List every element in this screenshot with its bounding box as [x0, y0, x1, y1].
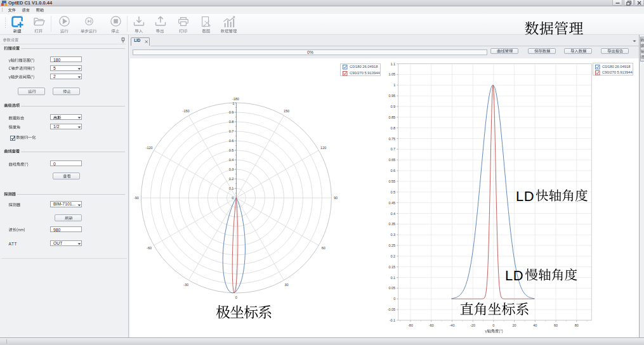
svg-text:1: 1 — [232, 101, 234, 105]
svg-text:-80: -80 — [408, 323, 413, 327]
svg-text:0.3: 0.3 — [229, 167, 234, 171]
svg-text:150: 150 — [284, 109, 289, 113]
svg-text:-20: -20 — [470, 323, 475, 327]
svg-text:0.65: 0.65 — [388, 158, 395, 162]
svg-text:0.9: 0.9 — [229, 110, 234, 114]
svg-text:0.7: 0.7 — [391, 147, 396, 151]
svg-text:0.9: 0.9 — [391, 105, 396, 108]
svg-text:40: 40 — [533, 323, 537, 327]
svg-text:0.35: 0.35 — [388, 222, 395, 226]
svg-text:-0.05: -0.05 — [388, 308, 396, 311]
svg-text:120: 120 — [320, 146, 326, 150]
svg-text:90: 90 — [334, 196, 338, 200]
svg-text:-120: -120 — [146, 146, 153, 150]
svg-text:0.95: 0.95 — [388, 94, 395, 98]
svg-text:60: 60 — [322, 246, 325, 250]
svg-text:20: 20 — [513, 323, 516, 327]
svg-text:0.6: 0.6 — [391, 169, 396, 172]
svg-text:0.7: 0.7 — [229, 129, 234, 133]
svg-text:-0.1: -0.1 — [390, 318, 395, 322]
svg-text:-180: -180 — [232, 97, 239, 101]
svg-text:0.05: 0.05 — [388, 286, 395, 290]
svg-text:0.75: 0.75 — [388, 137, 395, 141]
svg-text:0.6: 0.6 — [229, 139, 234, 143]
svg-text:0: 0 — [235, 296, 237, 299]
svg-text:1: 1 — [393, 83, 395, 87]
svg-text:0.1: 0.1 — [391, 276, 396, 280]
svg-text:-40: -40 — [450, 323, 455, 327]
svg-text:0.5: 0.5 — [391, 190, 396, 194]
svg-text:0: 0 — [492, 323, 494, 327]
svg-text:0: 0 — [393, 297, 395, 301]
svg-text:-150: -150 — [183, 109, 190, 113]
svg-text:0.8: 0.8 — [391, 126, 396, 130]
svg-text:0.85: 0.85 — [388, 115, 395, 119]
svg-text:30: 30 — [285, 283, 289, 287]
svg-text:60: 60 — [554, 323, 558, 327]
svg-text:0.8: 0.8 — [229, 120, 234, 124]
svg-text:0.2: 0.2 — [229, 177, 234, 181]
svg-text:-30: -30 — [183, 283, 188, 287]
svg-text:0.5: 0.5 — [229, 148, 234, 152]
svg-text:-60: -60 — [147, 246, 152, 250]
svg-text:0.2: 0.2 — [391, 254, 396, 258]
svg-text:0: 0 — [232, 196, 233, 200]
svg-text:1.05: 1.05 — [388, 72, 395, 76]
svg-text:-60: -60 — [429, 323, 434, 327]
svg-text:0.1: 0.1 — [229, 186, 234, 190]
svg-text:0.4: 0.4 — [391, 212, 396, 216]
svg-text:0.25: 0.25 — [388, 244, 395, 247]
svg-text:1.1: 1.1 — [391, 62, 396, 66]
svg-text:80: 80 — [575, 323, 579, 327]
svg-text:-90: -90 — [134, 196, 139, 200]
svg-text:0.3: 0.3 — [391, 233, 396, 237]
svg-text:0.15: 0.15 — [388, 265, 395, 269]
svg-text:0.45: 0.45 — [388, 201, 395, 205]
svg-text:0.4: 0.4 — [229, 158, 234, 162]
svg-text:0.55: 0.55 — [388, 179, 395, 183]
